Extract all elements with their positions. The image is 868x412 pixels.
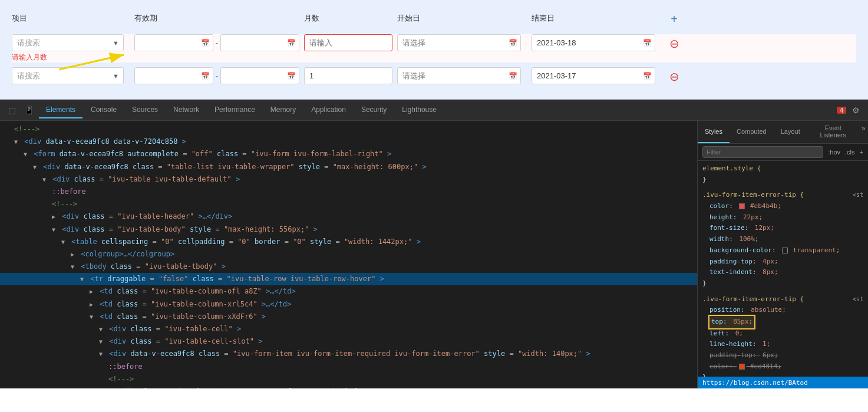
styles-tab-overflow[interactable]: » <box>859 121 868 143</box>
row1-remove-button[interactable]: ⊖ <box>666 35 682 52</box>
html-line: ▶ <div class = "ivu-table-header" >…</di… <box>0 210 697 223</box>
row1-error-tip: 请输入月数 <box>12 52 130 62</box>
devtools-toolbar: ⬚ 📱 Elements Console Sources Network Per… <box>0 100 868 121</box>
row1-col1: 请搜索 ▼ 请输入月数 <box>12 34 130 62</box>
style-prop-left: left: 0; <box>709 328 863 340</box>
row1-search-select[interactable]: 请搜索 <box>12 34 124 51</box>
html-line: ▼ <tbody class = "ivu-table-tbody" > <box>0 261 697 273</box>
row2-startdate-input[interactable] <box>397 67 521 84</box>
html-line: ▼ <table cellspacing = "0" cellpadding =… <box>0 236 697 248</box>
row2-date1-wrapper: 📅 <box>134 67 213 84</box>
style-closing: } <box>702 278 863 289</box>
style-prop-top-highlighted: top: 85px; <box>709 316 754 328</box>
add-style-button[interactable]: + <box>860 149 863 156</box>
style-rule-error-tip-2: .ivu-form-item-error-tip { <st position:… <box>702 294 863 377</box>
header-col3: 月数 <box>304 13 392 24</box>
tab-network[interactable]: Network <box>166 102 206 118</box>
row2-date1-input[interactable] <box>134 67 213 84</box>
row1-date2-wrapper: 📅 <box>220 34 299 51</box>
html-line: ▼ <div class = "ivu-table-cell-slot" > <box>0 335 697 348</box>
filter-buttons: :hov .cls + <box>828 149 863 156</box>
row1-month-input[interactable] <box>304 34 392 51</box>
status-bar: https://blog.csdn.net/BAtod <box>698 377 868 388</box>
tab-application[interactable]: Application <box>304 102 353 118</box>
data-row-2: 请搜索 ▼ 📅 - 📅 <box>12 67 856 85</box>
header-label-col5: 结束日 <box>532 14 555 22</box>
devtools-panel: ⬚ 📱 Elements Console Sources Network Per… <box>0 100 868 388</box>
html-line: ▶ <td class = "ivu-table-column-ofl a8Z"… <box>0 285 697 298</box>
row2-search-wrapper: 请搜索 ▼ <box>12 67 124 84</box>
row2-search-select[interactable]: 请搜索 <box>12 67 124 84</box>
row2-date2-input[interactable] <box>220 67 299 84</box>
styles-tab-computed[interactable]: Computed <box>730 121 774 143</box>
html-line: <!---> <box>0 123 697 136</box>
tab-memory[interactable]: Memory <box>263 102 303 118</box>
row2-col5: 📅 <box>532 67 661 84</box>
styles-content: element.style { } .ivu-form-item-error-t… <box>698 161 868 377</box>
hov-filter-button[interactable]: :hov <box>828 149 840 156</box>
row2-remove-button[interactable]: ⊖ <box>666 68 682 85</box>
html-line: ▼ <div class = "ivu-table-body" style = … <box>0 223 697 236</box>
row2-date-range: 📅 - 📅 <box>134 67 299 84</box>
settings-gear-button[interactable]: ⚙ <box>849 103 863 117</box>
row1-startdate-input[interactable] <box>397 34 521 51</box>
row1-enddate-wrapper: 📅 <box>532 34 655 51</box>
style-prop-paddingtop: padding-top: 4px; <box>709 256 863 268</box>
error-badge: 4 <box>837 107 846 114</box>
row2-col3 <box>304 67 392 84</box>
html-line: ▼ <form data-v-ecea9fc8 autocomplete = "… <box>0 148 697 160</box>
row1-date1-input[interactable] <box>134 34 213 51</box>
row1-startdate-wrapper: 📅 <box>397 34 521 51</box>
styles-tab-styles[interactable]: Styles <box>698 121 730 143</box>
row2-col1: 请搜索 ▼ <box>12 67 130 84</box>
row1-date-range: 📅 - 📅 <box>134 34 299 51</box>
add-row-button[interactable]: + <box>666 11 682 27</box>
row2-startdate-wrapper: 📅 <box>397 67 521 84</box>
row1-col2: 📅 - 📅 <box>134 34 299 51</box>
style-prop-paddingtop-strike: padding-top: 6px; <box>709 350 863 361</box>
row1-col3 <box>304 34 392 51</box>
styles-tabs: Styles Computed Layout Event Listeners » <box>698 121 868 144</box>
elements-html-panel[interactable]: <!---> ▼ <div data-v-ecea9fc8 data-v-720… <box>0 121 697 388</box>
column-headers: 项目 有效期 月数 开始日 结束日 + <box>12 9 856 27</box>
form-area: 项目 有效期 月数 开始日 结束日 + 请搜索 <box>0 0 868 100</box>
tab-elements[interactable]: Elements <box>39 102 82 118</box>
devtools-device-button[interactable]: 📱 <box>21 103 38 117</box>
tab-security[interactable]: Security <box>354 102 394 118</box>
tab-lighthouse[interactable]: Lighthouse <box>395 102 444 118</box>
html-line: ▶ <td class = "ivu-table-column-xrl5c4" … <box>0 298 697 311</box>
row2-month-input[interactable] <box>304 67 392 84</box>
color-swatch-transparent <box>782 248 788 253</box>
html-line: ▼ <td class = "ivu-table-column-xXdFr6" … <box>0 311 697 323</box>
row2-enddate-input[interactable] <box>532 67 655 84</box>
style-rule-element: element.style { } <box>702 163 863 185</box>
styles-tab-event-listeners[interactable]: Event Listeners <box>807 121 859 143</box>
style-prop-height: height: 22px; <box>709 212 863 223</box>
styles-tab-layout[interactable]: Layout <box>774 121 807 143</box>
tab-sources[interactable]: Sources <box>125 102 165 118</box>
row1-date2-input[interactable] <box>220 34 299 51</box>
style-rule-error-tip-1: .ivu-form-item-error-tip { <st color: #e… <box>702 190 863 289</box>
row2-date-separator: - <box>216 71 218 80</box>
style-prop-bgcolor: background-color: transparent; <box>709 245 863 256</box>
row1-enddate-input[interactable] <box>532 34 655 51</box>
html-line: ▼ <div data-v-ecea9fc8 class = "table-li… <box>0 161 697 173</box>
styles-panel: Styles Computed Layout Event Listeners »… <box>697 121 868 388</box>
styles-filter-input[interactable] <box>702 146 823 158</box>
header-col4: 开始日 <box>397 13 527 24</box>
tab-performance[interactable]: Performance <box>207 102 262 118</box>
style-selector: element.style { <box>702 163 863 174</box>
row2-enddate-wrapper: 📅 <box>532 67 655 84</box>
header-label-col3: 月数 <box>304 14 319 22</box>
header-col2: 有效期 <box>134 13 299 24</box>
devtools-body: <!---> ▼ <div data-v-ecea9fc8 data-v-720… <box>0 121 868 388</box>
html-line: ▼ <div class = "ivu-table-cell" > <box>0 323 697 335</box>
tab-console[interactable]: Console <box>84 102 124 118</box>
header-col1: 项目 <box>12 13 130 24</box>
cls-filter-button[interactable]: .cls <box>845 149 855 156</box>
row1-date-separator: - <box>216 38 218 47</box>
row1-col5: 📅 <box>532 34 661 51</box>
style-prop-lineheight: line-height: 1; <box>709 339 863 350</box>
devtools-inspect-button[interactable]: ⬚ <box>5 103 19 117</box>
top-panel: 项目 有效期 月数 开始日 结束日 + 请搜索 <box>0 0 868 100</box>
